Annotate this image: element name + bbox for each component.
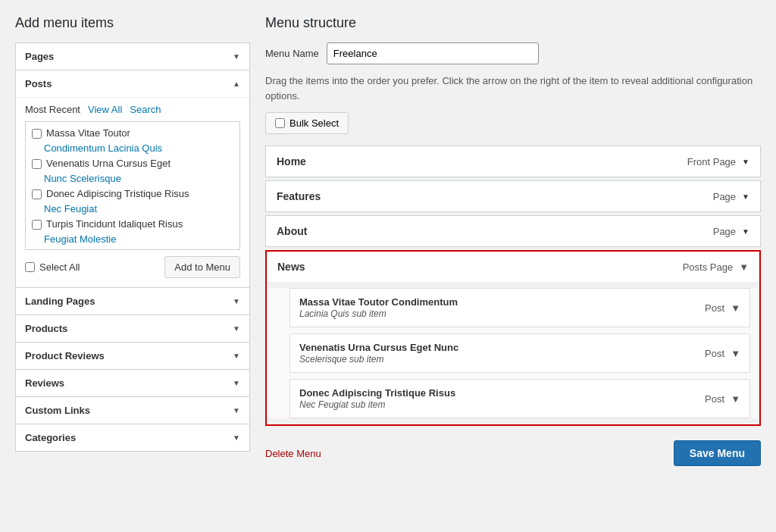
pages-accordion[interactable]: Pages ▼ (15, 42, 250, 70)
posts-accordion-body: Most Recent View All Search Massa Vitae … (16, 97, 249, 287)
menu-name-input[interactable] (327, 42, 539, 64)
menu-item-home-type: Front Page (687, 156, 736, 167)
tab-most-recent[interactable]: Most Recent (25, 104, 80, 115)
post-item-label: Massa Vitae Toutor (46, 127, 130, 139)
bulk-select-row: Bulk Select (265, 112, 761, 134)
categories-accordion-label: Categories (25, 432, 76, 443)
news-subitem-1-type: Post (705, 302, 724, 314)
news-subitem-3-expand-icon[interactable]: ▼ (731, 393, 740, 405)
menu-items-list: Home Front Page ▼ Features Page ▼ About … (265, 146, 761, 429)
menu-structure-panel: Menu structure Menu Name Drag the items … (265, 15, 761, 466)
news-subitem-3-right: Post ▼ (705, 393, 740, 405)
menu-item-features-label: Features (277, 190, 321, 202)
menu-item-features-expand-icon[interactable]: ▼ (742, 192, 749, 201)
left-panel-title: Add menu items (15, 15, 250, 31)
post-checkbox[interactable] (32, 129, 42, 139)
pages-accordion-label: Pages (25, 51, 54, 62)
post-checkbox[interactable] (32, 159, 42, 169)
news-subitem-1-right: Post ▼ (705, 302, 740, 314)
news-subitem-1: Massa Vitae Toutor Condimentum Lacinia Q… (289, 288, 750, 327)
custom-links-chevron-down-icon: ▼ (233, 406, 240, 415)
select-all-label[interactable]: Select All (25, 261, 80, 273)
news-subitem-2: Venenatis Urna Cursus Eget Nunc Sceleris… (289, 333, 750, 373)
categories-chevron-down-icon: ▼ (233, 433, 240, 442)
menu-item-features-right: Page ▼ (713, 191, 749, 202)
menu-item-features-type: Page (713, 191, 736, 202)
save-menu-button[interactable]: Save Menu (674, 440, 761, 466)
tab-view-all[interactable]: View All (88, 104, 122, 115)
list-item: Donec Adipiscing Tristique Risus (26, 186, 239, 202)
custom-links-accordion-header[interactable]: Custom Links ▼ (16, 397, 249, 424)
news-subitem-2-info: Venenatis Urna Cursus Eget Nunc Sceleris… (299, 342, 458, 365)
drag-instructions: Drag the items into the order you prefer… (265, 74, 761, 103)
menu-name-row: Menu Name (265, 42, 761, 64)
menu-item-about-type: Page (713, 226, 736, 237)
custom-links-accordion[interactable]: Custom Links ▼ (15, 396, 250, 424)
bulk-select-label: Bulk Select (289, 117, 339, 129)
news-subitem-3-type: Post (705, 393, 724, 405)
add-to-menu-button[interactable]: Add to Menu (164, 256, 240, 278)
post-item-label: Donec Adipiscing Tristique Risus (46, 188, 189, 199)
landing-pages-accordion-header[interactable]: Landing Pages ▼ (16, 288, 249, 315)
posts-list-wrapper[interactable]: Massa Vitae Toutor Condimentum Lacinia Q… (25, 121, 240, 250)
list-item[interactable]: Feugiat Molestie (26, 232, 239, 246)
news-header-label: News (277, 261, 305, 273)
menu-item-home: Home Front Page ▼ (265, 146, 761, 177)
post-checkbox[interactable] (32, 189, 42, 199)
posts-accordion-header[interactable]: Posts ▲ (16, 70, 249, 97)
bulk-select-checkbox[interactable] (275, 118, 285, 128)
news-expand-icon[interactable]: ▼ (739, 261, 749, 273)
product-reviews-accordion-label: Product Reviews (25, 350, 105, 361)
list-item[interactable]: Condimentum Lacinia Quis (26, 141, 239, 155)
post-checkbox-label[interactable]: Venenatis Urna Cursus Eget (32, 158, 233, 169)
menu-name-label: Menu Name (265, 48, 319, 59)
list-item[interactable]: Nunc Scelerisque (26, 171, 239, 186)
landing-pages-accordion-label: Landing Pages (25, 296, 95, 307)
reviews-chevron-down-icon: ▼ (233, 379, 240, 387)
news-subitem-3-info: Donec Adipiscing Tristique Risus Nec Feu… (299, 387, 455, 410)
menu-item-about-right: Page ▼ (713, 226, 749, 237)
post-item-label: Turpis Tincidunt Idaliquet Risus (46, 218, 183, 230)
select-all-checkbox[interactable] (25, 262, 35, 272)
news-subitem-2-type: Post (705, 348, 724, 359)
bulk-select-button[interactable]: Bulk Select (265, 112, 349, 134)
menu-footer: Delete Menu Save Menu (265, 440, 761, 466)
menu-item-about-label: About (277, 225, 307, 237)
tab-search[interactable]: Search (130, 104, 161, 115)
news-subitem-1-info: Massa Vitae Toutor Condimentum Lacinia Q… (299, 296, 458, 319)
product-reviews-chevron-down-icon: ▼ (233, 352, 240, 360)
list-item[interactable]: Nec Feugiat (26, 202, 239, 216)
news-subitem-2-subtitle: Scelerisque sub item (299, 354, 383, 365)
news-subitem-3: Donec Adipiscing Tristique Risus Nec Feu… (289, 379, 750, 418)
posts-tabs: Most Recent View All Search (25, 104, 240, 115)
post-checkbox[interactable] (32, 220, 42, 230)
posts-footer: Select All Add to Menu (25, 256, 240, 278)
post-checkbox-label[interactable]: Donec Adipiscing Tristique Risus (32, 188, 233, 199)
post-checkbox-label[interactable]: Massa Vitae Toutor (32, 127, 233, 139)
landing-pages-accordion[interactable]: Landing Pages ▼ (15, 287, 250, 315)
post-item-label: Venenatis Urna Cursus Eget (46, 158, 171, 169)
product-reviews-accordion[interactable]: Product Reviews ▼ (15, 342, 250, 370)
post-checkbox-label[interactable]: Turpis Tincidunt Idaliquet Risus (32, 218, 233, 230)
products-accordion[interactable]: Products ▼ (15, 315, 250, 343)
menu-item-about-expand-icon[interactable]: ▼ (742, 227, 749, 236)
news-subitem-2-expand-icon[interactable]: ▼ (731, 348, 740, 359)
product-reviews-accordion-header[interactable]: Product Reviews ▼ (16, 343, 249, 369)
pages-accordion-header[interactable]: Pages ▼ (16, 43, 249, 70)
landing-pages-chevron-down-icon: ▼ (233, 297, 240, 305)
news-subitems: Massa Vitae Toutor Condimentum Lacinia Q… (267, 288, 759, 418)
products-accordion-label: Products (25, 323, 67, 334)
menu-item-about: About Page ▼ (265, 215, 761, 247)
right-panel-title: Menu structure (265, 15, 761, 31)
categories-accordion[interactable]: Categories ▼ (15, 424, 250, 452)
add-menu-items-panel: Add menu items Pages ▼ Posts ▲ Most Rece… (15, 15, 250, 466)
products-accordion-header[interactable]: Products ▼ (16, 315, 249, 342)
menu-item-home-expand-icon[interactable]: ▼ (742, 158, 749, 166)
news-subitem-1-expand-icon[interactable]: ▼ (731, 302, 740, 314)
posts-accordion-label: Posts (25, 78, 52, 89)
products-chevron-down-icon: ▼ (233, 324, 240, 333)
reviews-accordion[interactable]: Reviews ▼ (15, 369, 250, 397)
reviews-accordion-header[interactable]: Reviews ▼ (16, 370, 249, 396)
categories-accordion-header[interactable]: Categories ▼ (16, 424, 249, 451)
delete-menu-link[interactable]: Delete Menu (265, 448, 321, 459)
